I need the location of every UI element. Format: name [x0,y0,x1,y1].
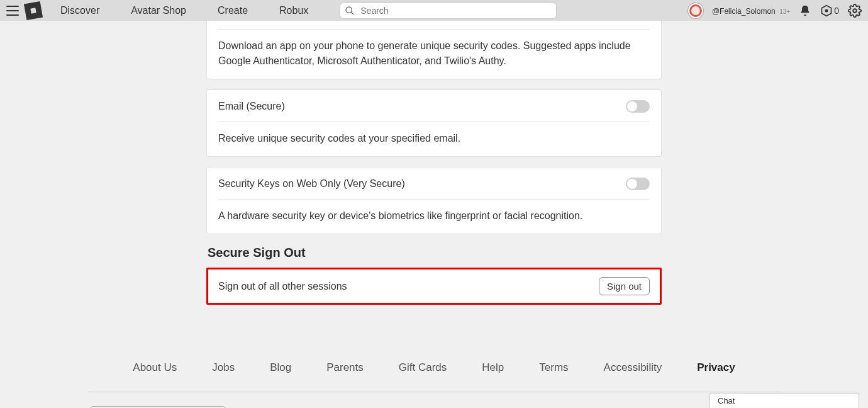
top-nav: Discover Avatar Shop Create Robux @Felic… [0,0,868,21]
security-keys-toggle[interactable] [626,178,650,190]
footer-accessibility[interactable]: Accessibility [604,361,662,374]
avatar[interactable] [688,3,703,18]
robux-icon[interactable]: 0 [820,4,839,17]
search-wrap [340,3,557,19]
svg-point-3 [825,9,828,12]
nav-discover[interactable]: Discover [60,5,99,16]
footer-terms[interactable]: Terms [539,361,568,374]
nav-links: Discover Avatar Shop Create Robux [60,5,340,16]
signout-button[interactable]: Sign out [599,277,650,295]
footer-help[interactable]: Help [482,361,504,374]
security-keys-title: Security Keys on Web Only (Very Secure) [218,178,405,190]
card-email: Email (Secure) Receive unique security c… [206,89,662,157]
footer-about[interactable]: About Us [133,361,177,374]
age-badge: 13+ [779,8,790,15]
topbar-right: @Felicia_Solomon 13+ 0 [688,3,862,18]
divider [218,29,650,30]
divider [218,122,650,122]
robux-count: 0 [834,6,839,16]
email-desc: Receive unique security codes at your sp… [218,131,650,146]
card-authenticator: Authenticator App (Very Secure) Download… [206,14,662,79]
search-input[interactable] [340,3,557,19]
signout-label: Sign out of all other sessions [218,281,347,292]
nav-create[interactable]: Create [218,5,248,16]
card-secure-signout: Sign out of all other sessions Sign out [206,268,662,305]
chat-label: Chat [718,396,735,405]
authenticator-desc: Download an app on your phone to generat… [218,38,650,69]
card-security-keys: Security Keys on Web Only (Very Secure) … [206,167,662,234]
svg-point-0 [346,7,352,13]
username-text: @Felicia_Solomon [712,7,776,16]
footer-divider [88,392,780,392]
svg-line-1 [351,12,353,14]
notifications-icon[interactable] [799,4,811,17]
divider [218,199,650,200]
nav-avatar-shop[interactable]: Avatar Shop [131,5,186,16]
secure-signout-heading: Secure Sign Out [208,246,662,260]
menu-icon[interactable] [6,6,19,16]
settings-icon[interactable] [848,4,862,18]
svg-point-4 [853,9,857,13]
chat-bar[interactable]: Chat [709,393,859,408]
logo-icon[interactable] [24,1,43,20]
nav-robux[interactable]: Robux [279,5,308,16]
footer-privacy[interactable]: Privacy [697,361,735,374]
footer-blog[interactable]: Blog [270,361,291,374]
search-icon [345,6,355,16]
username[interactable]: @Felicia_Solomon 13+ [712,5,790,16]
footer-jobs[interactable]: Jobs [212,361,235,374]
email-toggle[interactable] [626,100,650,113]
footer-links: About Us Jobs Blog Parents Gift Cards He… [88,361,780,374]
footer-giftcards[interactable]: Gift Cards [399,361,447,374]
security-keys-desc: A hardware security key or device's biom… [218,208,650,224]
footer-parents[interactable]: Parents [326,361,364,374]
email-title: Email (Secure) [218,101,285,112]
